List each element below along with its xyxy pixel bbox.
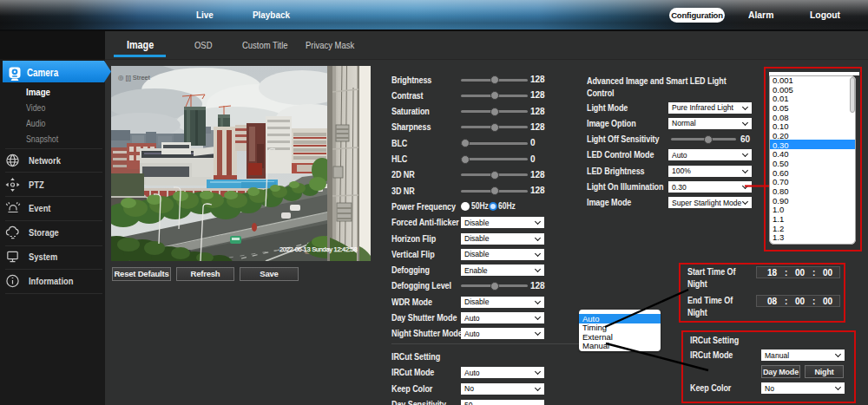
svg-text:2022-06-13 Sunday 12:42:58: 2022-06-13 Sunday 12:42:58 — [279, 245, 357, 253]
svg-text:◎ [|] Street: ◎ [|] Street — [118, 74, 151, 82]
